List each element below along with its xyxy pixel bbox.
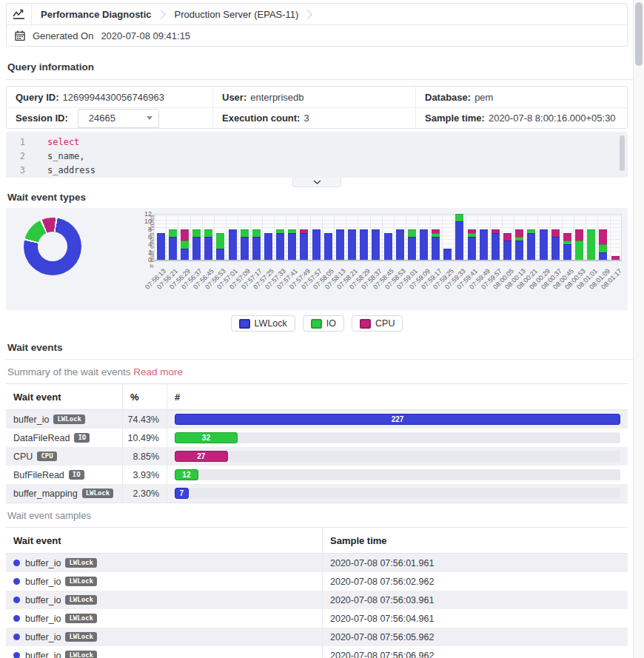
- bar-segment-lwlock: [324, 233, 332, 260]
- breadcrumb-item-server[interactable]: Production Server (EPAS-11): [166, 9, 308, 20]
- bar-segment-lwlock: [420, 229, 428, 260]
- bar-segment-io: [252, 229, 261, 237]
- bar-slot: [275, 215, 286, 260]
- bar-segment-lwlock: [408, 237, 416, 260]
- event-color-dot-icon: [13, 578, 20, 585]
- sql-scrollbar-thumb[interactable]: [620, 135, 625, 171]
- bar-slot: [597, 215, 609, 260]
- summary-table-row: DataFileReadIO10.49%32: [6, 429, 628, 447]
- legend-item-lwlock[interactable]: LWLock: [231, 315, 295, 332]
- bar-slot: [346, 215, 358, 260]
- count-bar-track: 12: [175, 469, 620, 480]
- bar-segment-io: [599, 244, 607, 252]
- wait-event-cell: buffer_ioLWLock: [6, 628, 322, 646]
- query-id-field: Query ID: 1269994430056746963: [7, 87, 212, 107]
- count-bar-track: 32: [175, 432, 620, 443]
- wait-event-name: CPU: [13, 451, 33, 462]
- stacked-bar: [420, 229, 428, 260]
- stacked-bar: [312, 229, 321, 260]
- event-type-badge: IO: [74, 433, 90, 443]
- bar-segment-lwlock: [241, 237, 249, 260]
- wait-event-types-panel: # wait event types 024681012 07:56:1307:…: [6, 208, 628, 310]
- stacked-bar: [611, 256, 620, 260]
- summary-subtitle-text: Summary of the wait events: [7, 366, 131, 377]
- bar-segment-lwlock: [396, 229, 404, 260]
- bar-slot: [549, 215, 561, 260]
- wait-event-cell: BufFileReadIO: [6, 466, 122, 484]
- bar-slot: [537, 215, 549, 260]
- event-type-badge: LWLock: [65, 632, 97, 642]
- samples-table-row: buffer_ioLWLock2020-07-08 07:56:05.962: [6, 628, 628, 646]
- bar-segment-lwlock: [527, 233, 535, 260]
- percent-cell: 74.43%: [122, 410, 167, 429]
- stacked-bar: [540, 229, 548, 260]
- wait-event-name: buffer_io: [13, 414, 49, 425]
- stacked-bar: [563, 233, 571, 260]
- breadcrumb-item-performance-diagnostic[interactable]: Performance Diagnostic: [32, 9, 161, 20]
- sql-editor[interactable]: 1select2s_name,3s_address4from: [6, 132, 628, 178]
- wait-event-types-title: Wait event types: [6, 192, 628, 203]
- bar-segment-io: [408, 229, 416, 237]
- query-information-title: Query information: [6, 61, 628, 73]
- legend-item-io[interactable]: IO: [303, 315, 344, 332]
- bar-segment-lwlock: [599, 252, 607, 260]
- percent-cell: 10.49%: [122, 429, 167, 447]
- wait-events-title: Wait events: [6, 342, 628, 353]
- bar-segment-lwlock: [432, 237, 440, 260]
- bar-slot: [286, 215, 298, 260]
- legend-item-cpu[interactable]: CPU: [352, 315, 403, 332]
- count-bar-cell: 12: [167, 466, 628, 484]
- query-id-label: Query ID:: [16, 92, 59, 103]
- page-scrollbar[interactable]: [633, 0, 644, 658]
- bar-segment-lwlock: [468, 237, 476, 260]
- samples-table-row: buffer_ioLWLock2020-07-08 07:56:01.961: [6, 554, 628, 572]
- page-scrollbar-thumb[interactable]: [635, 2, 643, 66]
- session-id-select[interactable]: 24665: [78, 109, 159, 128]
- stacked-bar: [396, 229, 404, 260]
- read-more-link[interactable]: Read more: [133, 366, 183, 377]
- wait-event-name: buffer_mapping: [13, 489, 78, 499]
- event-color-dot-icon: [13, 615, 20, 622]
- bar-segment-lwlock: [540, 229, 548, 260]
- stacked-bar: [252, 229, 261, 260]
- summary-table-row: BufFileReadIO3.93%12: [6, 466, 628, 484]
- bar-segment-io: [204, 229, 212, 237]
- generated-on-value: 2020-07-08 09:41:15: [101, 30, 190, 41]
- header-card: Performance Diagnostic Production Server…: [6, 3, 628, 47]
- bar-segment-lwlock: [157, 233, 165, 260]
- bar-segment-lwlock: [276, 233, 284, 260]
- legend-label: LWLock: [255, 318, 287, 329]
- sql-code-text: s_address: [25, 164, 95, 178]
- wait-event-samples-table: Wait event Sample time buffer_ioLWLock20…: [6, 527, 628, 658]
- event-color-dot-icon: [13, 652, 20, 658]
- summary-col-percent: %: [122, 384, 167, 409]
- bar-segment-lwlock: [300, 233, 308, 260]
- bar-segment-cpu: [181, 229, 189, 241]
- bar-slot: [573, 215, 585, 260]
- query-id-value: 1269994430056746963: [63, 92, 164, 103]
- y-axis-tick: 12: [138, 210, 152, 218]
- legend-label: CPU: [375, 318, 395, 329]
- stacked-bar: [324, 233, 332, 260]
- summary-table-row: buffer_ioLWLock74.43%227: [6, 410, 628, 429]
- stacked-bar: [336, 229, 344, 260]
- bar-segment-lwlock: [229, 229, 237, 260]
- count-bar: 12: [175, 469, 198, 480]
- bar-slot: [382, 215, 394, 260]
- donut-chart: [24, 218, 81, 275]
- stacked-bar: [575, 229, 583, 260]
- bar-slot: [334, 215, 346, 260]
- percent-cell: 3.93%: [122, 466, 167, 484]
- bar-segment-lwlock: [551, 237, 560, 260]
- bar-slot: [406, 215, 417, 260]
- bar-segment-lwlock: [169, 237, 177, 260]
- event-type-badge: LWLock: [65, 558, 97, 568]
- stacked-bar: [204, 229, 212, 260]
- sql-expand-button[interactable]: [292, 178, 341, 187]
- sample-time-cell: 2020-07-08 07:56:05.962: [322, 628, 628, 646]
- samples-table-header: Wait event Sample time: [6, 528, 628, 554]
- bar-segment-lwlock: [515, 241, 523, 260]
- bar-segment-cpu: [503, 233, 511, 241]
- bar-slot: [215, 215, 227, 260]
- bar-segment-cpu: [575, 229, 583, 241]
